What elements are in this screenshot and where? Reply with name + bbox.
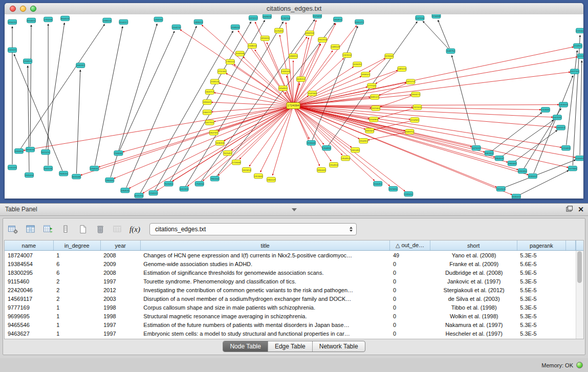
table-row[interactable]: 946554611997Estimation of the future num…	[5, 320, 576, 329]
graph-edge[interactable]	[502, 120, 554, 157]
graph-node[interactable]: 7623451	[164, 181, 173, 186]
graph-node[interactable]: 9245012	[528, 173, 537, 178]
delete-column-button[interactable]	[93, 223, 107, 236]
graph-node[interactable]: 1845313	[556, 125, 565, 130]
graph-edge[interactable]	[294, 38, 309, 103]
graph-node[interactable]: 5905135	[44, 166, 53, 170]
import-table-button[interactable]	[111, 223, 124, 236]
graph-node[interactable]: 9015046	[72, 174, 81, 179]
graph-node[interactable]: 1677680	[568, 166, 577, 170]
graph-node[interactable]: 1758234	[195, 181, 204, 186]
graph-edge[interactable]	[140, 31, 233, 193]
graph-node[interactable]: 1210465	[561, 146, 570, 150]
graph-node[interactable]: 2245012	[404, 191, 413, 196]
graph-node[interactable]: 1500451	[374, 181, 382, 186]
graph-node[interactable]: 1685121	[371, 95, 379, 99]
graph-edge[interactable]	[212, 106, 290, 112]
graph-node[interactable]: 1807331	[209, 130, 218, 135]
graph-node[interactable]: 8061912	[485, 151, 493, 156]
create-column-button[interactable]	[76, 223, 90, 236]
graph-node[interactable]: 5972217	[249, 15, 257, 20]
graph-node[interactable]: 1088103	[331, 45, 340, 49]
graph-edge[interactable]	[369, 58, 386, 72]
graph-node[interactable]: 1679197	[472, 146, 481, 150]
graph-node[interactable]: 1264893	[322, 146, 331, 150]
table-row[interactable]: 911546021997Tourette syndrome. Phenomeno…	[5, 277, 576, 286]
table-row[interactable]: 1938455462009Genome-wide association stu…	[5, 259, 576, 268]
tab-edge-table[interactable]: Edge Table	[268, 341, 313, 352]
edit-table-button[interactable]	[41, 223, 55, 236]
graph-edge[interactable]	[376, 71, 399, 84]
graph-node[interactable]: 1154941	[410, 118, 419, 122]
graph-node[interactable]: 1554122	[149, 190, 158, 195]
graph-edge[interactable]	[534, 76, 573, 173]
show-rows-button[interactable]	[58, 223, 72, 236]
graph-node[interactable]: 1936124	[103, 18, 112, 23]
function-builder-button[interactable]: f(x)	[128, 223, 142, 236]
graph-node[interactable]: 1626151	[297, 77, 306, 81]
graph-node[interactable]: 1977311	[205, 120, 214, 125]
graph-node[interactable]: 1542004	[235, 51, 244, 56]
graph-node[interactable]: 1905414	[25, 172, 34, 177]
graph-node[interactable]: 1853411	[260, 36, 269, 40]
table-row[interactable]: 1456911722003Disruption of a novel membe…	[5, 294, 576, 303]
graph-node[interactable]: 8130704	[281, 15, 290, 20]
graph-node[interactable]: 1954952	[341, 156, 350, 160]
graph-node[interactable]: 1154901	[573, 43, 582, 48]
graph-node[interactable]: 1909713	[205, 90, 214, 94]
graph-node[interactable]: 3964511	[495, 156, 504, 160]
tab-node-table[interactable]: Node Table	[223, 341, 268, 352]
graph-node[interactable]: 1923450	[389, 186, 398, 191]
graph-edge[interactable]	[172, 107, 291, 182]
graph-node[interactable]: 9204415	[27, 18, 36, 23]
graph-node[interactable]: 1830021	[203, 100, 211, 104]
graph-edge[interactable]	[202, 25, 291, 104]
window-titlebar[interactable]: citations_edges.txt	[5, 3, 583, 15]
graph-edge[interactable]	[423, 21, 449, 49]
graph-node[interactable]: 1264530	[154, 17, 163, 21]
graph-node[interactable]: 2264531	[121, 188, 129, 192]
graph-node[interactable]: 1501223	[8, 165, 17, 169]
graph-node[interactable]: 1092450	[518, 168, 527, 173]
graph-node[interactable]: 1320141	[281, 69, 290, 74]
graph-edge[interactable]	[28, 66, 29, 172]
graph-node[interactable]: 1604271	[411, 92, 420, 97]
graph-node[interactable]: 1913441	[254, 173, 263, 178]
graph-node[interactable]: 7961164	[210, 176, 219, 181]
graph-node[interactable]: 2065313	[76, 63, 85, 68]
graph-edge[interactable]	[491, 113, 541, 151]
graph-node[interactable]: 1805491	[351, 148, 360, 152]
graph-edge[interactable]	[120, 31, 175, 150]
table-row[interactable]: 946362711997Embryonic stem cells: a mode…	[5, 329, 576, 338]
graph-edge[interactable]	[188, 107, 291, 186]
graph-node[interactable]: 7625451	[223, 151, 232, 156]
minimize-window-button[interactable]	[20, 6, 26, 12]
graph-node[interactable]: 1858234	[26, 147, 35, 152]
graph-node[interactable]: 1221397	[577, 54, 583, 58]
graph-node[interactable]: 1664156	[306, 31, 314, 35]
graph-node[interactable]: 1100455	[575, 156, 583, 160]
table-panel-header[interactable]: Table Panel ✕	[0, 204, 588, 216]
graph-node[interactable]: 2118124	[210, 79, 219, 84]
graph-edge[interactable]	[296, 106, 410, 119]
network-canvas[interactable]: 1856231920441517552098504123206501112645…	[5, 14, 583, 199]
table-row[interactable]: 1830029562008Estimation of significance …	[5, 268, 576, 277]
table-row[interactable]: 2242004622012Investigating the contribut…	[5, 286, 576, 294]
graph-node[interactable]: 1125431	[274, 28, 283, 33]
column-header-short[interactable]: short	[430, 240, 517, 251]
graph-node[interactable]: 2147034	[416, 15, 424, 20]
graph-node[interactable]: 1459503	[559, 102, 568, 107]
graph-node[interactable]: 1125439	[313, 14, 322, 18]
graph-node[interactable]: 1960441	[105, 178, 114, 182]
graph-edge[interactable]	[296, 105, 559, 106]
graph-node[interactable]: 1264537	[90, 166, 99, 170]
graph-edge[interactable]	[296, 106, 553, 117]
column-header-pagerank[interactable]: pagerank	[517, 240, 565, 251]
graph-node[interactable]: 1559581	[541, 107, 550, 112]
graph-edge[interactable]	[24, 106, 290, 150]
graph-node[interactable]: 1958521	[361, 72, 370, 77]
graph-edge[interactable]	[129, 107, 290, 188]
graph-node[interactable]: 2506065	[114, 151, 123, 156]
graph-node[interactable]: 8015210	[135, 193, 143, 198]
table-row[interactable]: 969969511998Structural magnetic resonanc…	[5, 312, 576, 320]
